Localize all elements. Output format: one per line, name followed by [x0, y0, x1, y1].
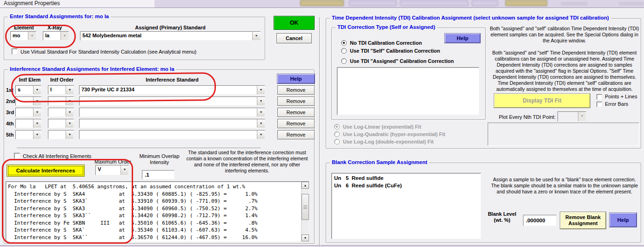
- chevron-down-icon[interactable]: ▼: [578, 112, 586, 121]
- log-quadratic-fit-label: Use Log-Quadratic (hyper-exponential) Fi…: [343, 131, 445, 137]
- intf-elem-dropdown-4[interactable]: ▼: [15, 119, 41, 128]
- tdi-assigned-correction-label: Use TDI "Assigned" Calibration Correctio…: [350, 58, 454, 64]
- chevron-down-icon[interactable]: ▼: [257, 108, 265, 117]
- element-dropdown[interactable]: mo ▼: [10, 31, 36, 41]
- scroll-up-icon[interactable]: ▲: [302, 182, 309, 189]
- list-item[interactable]: Un 5 Reed sulfide: [334, 174, 402, 182]
- intf-order-header: Intf Order: [47, 77, 77, 82]
- chevron-down-icon[interactable]: ▼: [33, 86, 41, 94]
- calculate-interferences-button[interactable]: Calculate Interferences: [7, 165, 85, 177]
- remove-button-5[interactable]: Remove: [277, 130, 315, 139]
- minimum-overlap-label: Minimum Overlap Intensity: [137, 153, 181, 165]
- interference-standard-dropdown-2[interactable]: ▼: [79, 96, 265, 106]
- remove-button-2[interactable]: Remove: [277, 96, 315, 106]
- tdi-self-correction-radio[interactable]: [341, 48, 347, 54]
- background-toolbar-button: [472, 0, 498, 6]
- cancel-button[interactable]: Cancel: [276, 33, 312, 43]
- error-bars-checkbox[interactable]: [597, 102, 602, 107]
- chevron-down-icon[interactable]: ▼: [33, 108, 41, 117]
- scrollbar-thumb[interactable]: [302, 194, 309, 220]
- chevron-down-icon[interactable]: ▼: [257, 119, 265, 128]
- blank-level-label: Blank Level: [483, 211, 521, 217]
- virtual-standard-checkbox[interactable]: [12, 48, 18, 55]
- intf-order-dropdown-5[interactable]: ▼: [48, 130, 74, 139]
- interference-help-button[interactable]: Help: [277, 74, 315, 83]
- check-all-interfering-checkbox[interactable]: [14, 153, 20, 159]
- list-item[interactable]: Un 6 Reed sulfide (CuFe): [334, 182, 402, 189]
- chevron-down-icon[interactable]: ▼: [257, 86, 265, 94]
- xray-dropdown[interactable]: la ▼: [43, 31, 69, 41]
- interference-standard-dropdown-3[interactable]: ▼: [79, 108, 265, 117]
- intf-order-dropdown-3[interactable]: ▼: [48, 108, 74, 117]
- tdi-group-title: Time Dependent Intensity (TDI) Calibrati…: [330, 15, 611, 21]
- no-tdi-correction-radio[interactable]: [341, 40, 347, 46]
- chevron-down-icon[interactable]: ▼: [66, 97, 74, 105]
- intf-order-dropdown-1[interactable]: I▼: [48, 85, 74, 95]
- tdi-description-1: Both "assigned" and "self" calibration T…: [490, 26, 639, 44]
- pane-divider: [319, 17, 320, 247]
- tdi-description-2: Both "assigned" and "self" Time Dependen…: [488, 50, 641, 92]
- assigned-standard-dropdown[interactable]: 542 Molybedenum metal ▼: [80, 31, 261, 41]
- interference-standard-dropdown-4[interactable]: ▼: [79, 119, 265, 128]
- remove-button-1[interactable]: Remove: [277, 85, 315, 95]
- log-log-fit-label: Use Log-Log (double-exponential) Fit: [343, 139, 434, 144]
- row-label: 5th: [6, 132, 14, 137]
- plot-nth-dropdown[interactable]: ▼: [557, 111, 586, 122]
- chevron-down-icon[interactable]: ▼: [66, 130, 74, 139]
- intf-elem-dropdown-1[interactable]: s▼: [15, 85, 41, 95]
- points-lines-checkbox[interactable]: [597, 94, 602, 100]
- chevron-down-icon[interactable]: ▼: [33, 97, 41, 105]
- chevron-down-icon[interactable]: ▼: [66, 86, 74, 94]
- ok-button[interactable]: OK: [274, 16, 315, 30]
- remove-button-3[interactable]: Remove: [277, 108, 315, 117]
- log-log-fit-radio[interactable]: [334, 139, 340, 144]
- scroll-down-icon[interactable]: ▼: [302, 234, 309, 241]
- assigned-standard-label: Assigned (Primary) Standard: [80, 25, 261, 30]
- log-quadratic-fit-radio[interactable]: [334, 131, 340, 137]
- tdi-help-button[interactable]: Help: [445, 34, 480, 43]
- intf-order-dropdown-2[interactable]: ▼: [48, 96, 74, 106]
- chevron-down-icon[interactable]: ▼: [33, 119, 41, 128]
- xray-label: X-Ray: [47, 25, 62, 30]
- blank-level-input[interactable]: [523, 215, 557, 226]
- row-label: 4th: [6, 121, 14, 126]
- background-toolbar-button: [349, 0, 396, 6]
- chevron-down-icon[interactable]: ▼: [66, 119, 74, 128]
- chevron-down-icon[interactable]: ▼: [60, 32, 68, 40]
- intf-elem-dropdown-2[interactable]: ▼: [15, 96, 41, 106]
- log-linear-fit-radio[interactable]: [334, 124, 340, 130]
- scrollbar-grip-icon: [303, 206, 307, 209]
- chevron-down-icon[interactable]: ▼: [257, 97, 265, 105]
- background-toolbar-button: [619, 2, 644, 6]
- interference-output-box[interactable]: For Mo la LPET at 5.40656 angstroms, at …: [6, 181, 309, 242]
- standard-assignments-group-title: Enter Standard Assignments for: mo la: [8, 14, 111, 19]
- background-toolbar-button: [400, 0, 468, 6]
- maximum-order-label: Maximum Order: [94, 159, 131, 165]
- chevron-down-icon[interactable]: ▼: [28, 32, 36, 40]
- log-linear-fit-label: Use Log-Linear (exponential) Fit: [343, 124, 421, 130]
- chevron-down-icon[interactable]: ▼: [252, 32, 260, 40]
- intf-order-dropdown-4[interactable]: ▼: [48, 119, 74, 128]
- tdi-sample-listbox[interactable]: [337, 67, 479, 115]
- chevron-down-icon[interactable]: ▼: [257, 130, 265, 139]
- chevron-down-icon[interactable]: ▼: [66, 108, 74, 117]
- output-scrollbar[interactable]: ▲ ▼: [301, 182, 309, 241]
- interference-standard-dropdown-1[interactable]: 730 Pyrite UC # 21334▼: [79, 85, 265, 95]
- background-toolbar-button: [561, 2, 588, 6]
- intf-elem-dropdown-5[interactable]: ▼: [15, 130, 41, 139]
- minimum-overlap-input[interactable]: [142, 170, 174, 179]
- remove-blank-assignment-button[interactable]: Remove Blank Assignment: [560, 212, 606, 229]
- interference-standard-dropdown-5[interactable]: ▼: [79, 130, 265, 139]
- chevron-down-icon[interactable]: ▼: [121, 165, 128, 175]
- blank-description: Assign a sample to be used for a "blank"…: [490, 177, 639, 195]
- tdi-assigned-correction-radio[interactable]: [341, 58, 347, 64]
- remove-button-4[interactable]: Remove: [277, 119, 315, 128]
- display-tdi-fit-button[interactable]: Display TDI Fit: [494, 94, 590, 108]
- points-lines-label: Points + Lines: [605, 94, 637, 99]
- chevron-down-icon[interactable]: ▼: [33, 130, 41, 139]
- row-label: 3rd: [6, 110, 14, 115]
- blank-help-button[interactable]: Help: [610, 213, 637, 227]
- maximum-order-dropdown[interactable]: V ▼: [95, 165, 129, 175]
- intf-elem-dropdown-3[interactable]: ▼: [15, 108, 41, 117]
- blank-sample-listbox[interactable]: Un 5 Reed sulfide Un 6 Reed sulfide (CuF…: [331, 173, 481, 239]
